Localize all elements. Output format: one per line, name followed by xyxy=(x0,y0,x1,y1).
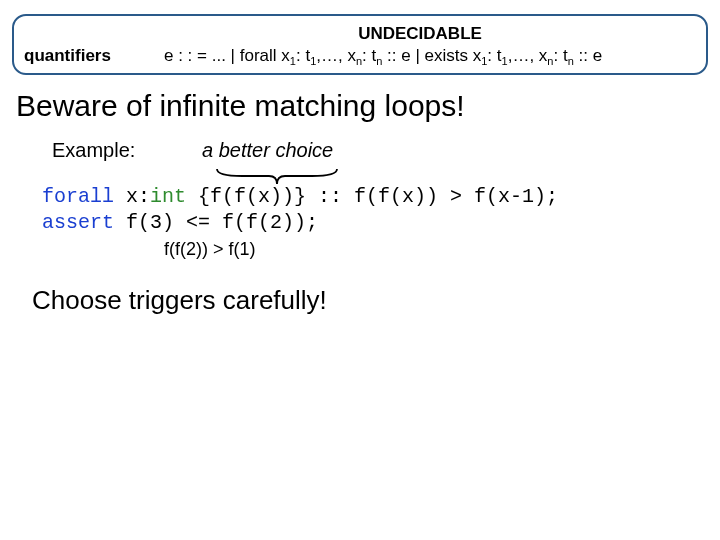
code-line-forall: forall x:int {f(f(x))} :: f(f(x)) > f(x-… xyxy=(42,184,708,210)
example-label: Example: xyxy=(52,139,202,162)
code-line-assert: assert f(3) <= f(f(2)); xyxy=(42,210,708,236)
curly-brace-icon xyxy=(212,164,708,186)
undecidable-label: UNDECIDABLE xyxy=(24,24,696,44)
page-heading: Beware of infinite matching loops! xyxy=(16,89,708,123)
better-choice-label: a better choice xyxy=(202,139,333,162)
type-int: int xyxy=(150,185,186,208)
code-block: forall x:int {f(f(x))} :: f(f(x)) > f(x-… xyxy=(42,184,708,261)
grammar-text: e : : = ... | forall x1: t1,…, xn: tn ::… xyxy=(164,46,696,67)
derived-line: f(f(2)) > f(1) xyxy=(164,238,708,261)
conclusion-text: Choose triggers carefully! xyxy=(32,285,708,316)
keyword-forall: forall xyxy=(42,185,114,208)
quantifiers-row: quantifiers e : : = ... | forall x1: t1,… xyxy=(24,46,696,67)
quantifiers-label: quantifiers xyxy=(24,46,164,66)
keyword-assert: assert xyxy=(42,211,114,234)
example-row: Example: a better choice xyxy=(52,139,708,162)
grammar-rule-box: UNDECIDABLE quantifiers e : : = ... | fo… xyxy=(12,14,708,75)
